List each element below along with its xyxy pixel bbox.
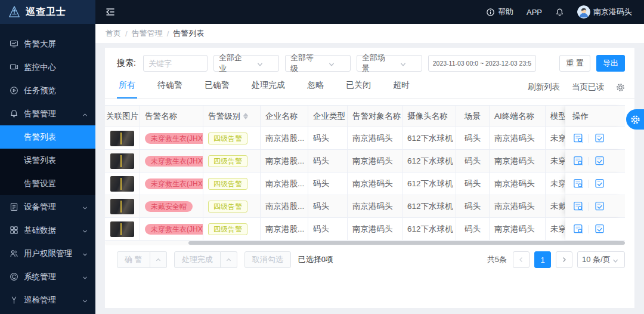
keyword-input[interactable] (143, 55, 208, 72)
view-detail-icon[interactable] (572, 201, 584, 212)
operation-cell (565, 127, 625, 149)
alarm-thumbnail[interactable] (110, 176, 134, 192)
view-detail-icon[interactable] (572, 155, 584, 167)
page-size-select[interactable]: 10 条/页 (577, 251, 625, 268)
table-row[interactable]: 未戴安全帽四级告警南京港股...码头南京港码头612下水球机码头南京港码头未戴安… (105, 195, 625, 218)
process-complete-button[interactable]: 处理完成 (174, 251, 221, 268)
alarm-thumbnail[interactable] (110, 199, 134, 214)
cancel-selection-button[interactable]: 取消勾选 (244, 251, 291, 268)
avatar (577, 5, 590, 19)
sidebar-item[interactable]: 系统管理 (0, 265, 95, 288)
date-range-picker[interactable]: 2023-11-03 00:0 ~ 2023-12-03 23:5 (428, 55, 536, 72)
alarm-name-badge: 未穿救生衣(JHX) (145, 224, 203, 235)
data-icon (10, 226, 18, 235)
process-complete-dropdown[interactable] (221, 251, 237, 268)
alarm-thumbnail[interactable] (110, 153, 134, 169)
column-settings-gear-icon[interactable] (616, 83, 625, 92)
notification-bell-icon[interactable] (555, 8, 564, 17)
breadcrumb-home[interactable]: 首页 (106, 28, 121, 39)
table-row[interactable]: 未穿救生衣(JHX)四级告警南京港股...码头南京港码头612下水球机码头南京港… (105, 218, 625, 241)
confirm-alarm-icon[interactable] (594, 155, 605, 167)
view-detail-icon[interactable] (572, 223, 584, 235)
confirm-alarm-dropdown[interactable] (150, 251, 167, 268)
cell-company_type: 码头 (308, 173, 348, 195)
sidebar-subitem[interactable]: 误警列表 (0, 149, 95, 172)
breadcrumb-alarm-mgmt[interactable]: 告警管理 (132, 28, 163, 39)
operation-cell (565, 173, 625, 195)
confirm-alarm-icon[interactable] (594, 223, 605, 235)
sidebar-item[interactable]: 用户权限管理 (0, 242, 95, 265)
scene-select[interactable]: 全部场景 (357, 55, 422, 72)
chevron-down-icon (82, 273, 88, 280)
refresh-list-button[interactable]: 刷新列表 (528, 82, 560, 93)
column-header: AI终端名称 (490, 106, 546, 127)
sidebar-item[interactable]: 设备管理 (0, 195, 95, 218)
cell-company: 南京港股... (261, 150, 308, 172)
confirm-alarm-icon[interactable] (594, 178, 605, 189)
sidebar-item[interactable]: 巡检管理 (0, 288, 95, 312)
alarm-level-badge: 四级告警 (208, 223, 247, 235)
confirm-alarm-icon[interactable] (594, 201, 605, 212)
tab-5[interactable]: 已关闭 (344, 80, 373, 98)
table-row[interactable]: 未穿救生衣(JHX)四级告警南京港股...码头南京港码头612下水球机码头南京港… (105, 127, 625, 150)
page-number-button[interactable]: 1 (534, 251, 551, 268)
filter-bar: 搜索: 全部企业 全部等级 全部场景 2023-11-03 00:0 ~ 202… (105, 48, 634, 72)
column-header: 关联图片 (105, 106, 140, 127)
confirm-alarm-button[interactable]: 确 警 (117, 251, 150, 268)
cell-model: 未戴安全帽 (546, 195, 565, 217)
sidebar-item[interactable]: 基础数据 (0, 218, 95, 242)
tab-2[interactable]: 已确警 (203, 80, 231, 98)
table-row[interactable]: 未穿救生衣(JHX)四级告警南京港股...码头南京港码头612下水球机码头南京港… (105, 173, 625, 195)
sidebar-submenu: 告警列表误警列表告警设置 (0, 125, 95, 195)
help-button[interactable]: 帮助 (486, 7, 513, 17)
cell-target: 南京港码头 (348, 195, 402, 217)
prev-page-button[interactable] (513, 251, 530, 268)
theme-settings-gear-icon[interactable] (626, 109, 644, 130)
scrollbar-thumb[interactable] (188, 241, 625, 245)
company-select[interactable]: 全部企业 (213, 55, 279, 72)
sidebar-menu: 告警大屏监控中心任务预览告警管理告警列表误警列表告警设置设备管理基础数据用户权限… (0, 24, 95, 312)
sidebar-item[interactable]: 监控中心 (0, 56, 95, 79)
sidebar-item-label: 用户权限管理 (24, 248, 82, 259)
sort-icon[interactable] (243, 113, 248, 119)
sidebar-subitem[interactable]: 告警设置 (0, 172, 95, 195)
sidebar-item[interactable]: 任务预览 (0, 79, 95, 102)
brand-logo-icon (8, 5, 21, 19)
column-header[interactable]: 告警级别 (203, 106, 261, 127)
alarm-level-badge: 四级告警 (208, 133, 247, 144)
next-page-button[interactable] (556, 251, 572, 268)
view-detail-icon[interactable] (572, 133, 584, 144)
tab-6[interactable]: 超时 (391, 80, 411, 98)
chevron-down-icon (82, 250, 88, 257)
tab-0[interactable]: 所有 (117, 80, 137, 98)
horizontal-scrollbar (105, 241, 625, 245)
confirm-alarm-icon[interactable] (594, 133, 605, 144)
user-menu[interactable]: 南京港码头 (577, 5, 632, 19)
sidebar-item-label: 告警大屏 (24, 39, 88, 50)
alarm-thumbnail[interactable] (110, 131, 134, 146)
level-select[interactable]: 全部等级 (285, 55, 351, 72)
tab-3[interactable]: 处理完成 (250, 80, 287, 98)
chevron-down-icon (82, 204, 88, 210)
sidebar-subitem[interactable]: 告警列表 (0, 125, 95, 149)
mark-page-read-button[interactable]: 当页已读 (572, 82, 604, 93)
table-row[interactable]: 未穿救生衣(JHX)四级告警南京港股...码头南京港码头612下水球机码头南京港… (105, 150, 625, 173)
cell-terminal: 南京港码头 (490, 127, 546, 149)
column-header: 场景 (456, 106, 490, 127)
column-header: 摄像头名称 (402, 106, 456, 127)
tab-1[interactable]: 待确警 (156, 80, 184, 98)
sidebar-item[interactable]: 告警管理 (0, 102, 95, 125)
content-card: 搜索: 全部企业 全部等级 全部场景 2023-11-03 00:0 ~ 202… (105, 48, 634, 308)
view-detail-icon[interactable] (572, 178, 584, 189)
cell-company_type: 码头 (308, 195, 348, 217)
app-button[interactable]: APP (527, 8, 542, 17)
tab-4[interactable]: 忽略 (305, 80, 326, 98)
cell-company_type: 码头 (308, 150, 348, 172)
cell-model: 未穿救生衣 (546, 173, 565, 195)
cell-model: 未穿救生衣 (546, 127, 565, 149)
sidebar-item[interactable]: 告警大屏 (0, 32, 95, 56)
reset-button[interactable]: 重 置 (559, 55, 590, 72)
alarm-thumbnail[interactable] (110, 221, 134, 237)
export-button[interactable]: 导出 (596, 55, 625, 72)
collapse-menu-icon[interactable] (105, 7, 116, 17)
